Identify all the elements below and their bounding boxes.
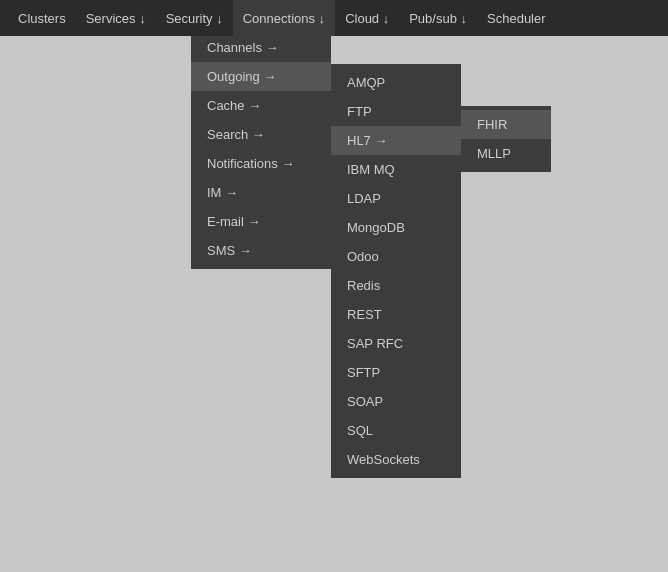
navbar: Clusters Services ↓ Security ↓ Connectio… <box>0 0 668 36</box>
hl7-fhir[interactable]: FHIR <box>461 110 551 139</box>
connections-dropdown: Definitions → Channels → Outgoing → Cach… <box>191 0 331 269</box>
nav-scheduler[interactable]: Scheduler <box>477 0 556 36</box>
outgoing-rest[interactable]: REST <box>331 300 461 329</box>
nav-cloud[interactable]: Cloud ↓ <box>335 0 399 36</box>
outgoing-saprfc[interactable]: SAP RFC <box>331 329 461 358</box>
outgoing-ftp[interactable]: FTP <box>331 97 461 126</box>
connections-outgoing[interactable]: Outgoing → <box>191 62 331 91</box>
outgoing-sql[interactable]: SQL <box>331 416 461 445</box>
nav-clusters[interactable]: Clusters <box>8 0 76 36</box>
outgoing-mongodb[interactable]: MongoDB <box>331 213 461 242</box>
connections-notifications[interactable]: Notifications → <box>191 149 331 178</box>
connections-im[interactable]: IM → <box>191 178 331 207</box>
hl7-dropdown: FHIR MLLP <box>461 106 551 172</box>
outgoing-ibmmq[interactable]: IBM MQ <box>331 155 461 184</box>
connections-email[interactable]: E-mail → <box>191 207 331 236</box>
outgoing-websockets[interactable]: WebSockets <box>331 445 461 474</box>
connections-cache[interactable]: Cache → <box>191 91 331 120</box>
connections-channels[interactable]: Channels → <box>191 33 331 62</box>
nav-pubsub[interactable]: Pub/sub ↓ <box>399 0 477 36</box>
nav-services[interactable]: Services ↓ <box>76 0 156 36</box>
outgoing-sftp[interactable]: SFTP <box>331 358 461 387</box>
connections-sms[interactable]: SMS → <box>191 236 331 265</box>
outgoing-redis[interactable]: Redis <box>331 271 461 300</box>
outgoing-odoo[interactable]: Odoo <box>331 242 461 271</box>
outgoing-hl7[interactable]: HL7 → <box>331 126 461 155</box>
connections-search[interactable]: Search → <box>191 120 331 149</box>
outgoing-soap[interactable]: SOAP <box>331 387 461 416</box>
nav-security[interactable]: Security ↓ <box>156 0 233 36</box>
outgoing-ldap[interactable]: LDAP <box>331 184 461 213</box>
outgoing-amqp[interactable]: AMQP <box>331 68 461 97</box>
hl7-mllp[interactable]: MLLP <box>461 139 551 168</box>
main-content: Definitions → Channels → Outgoing → Cach… <box>0 36 668 572</box>
nav-connections[interactable]: Connections ↓ <box>233 0 335 36</box>
outgoing-dropdown: AMQP FTP HL7 → IBM MQ LDAP MongoDB Odoo … <box>331 64 461 478</box>
